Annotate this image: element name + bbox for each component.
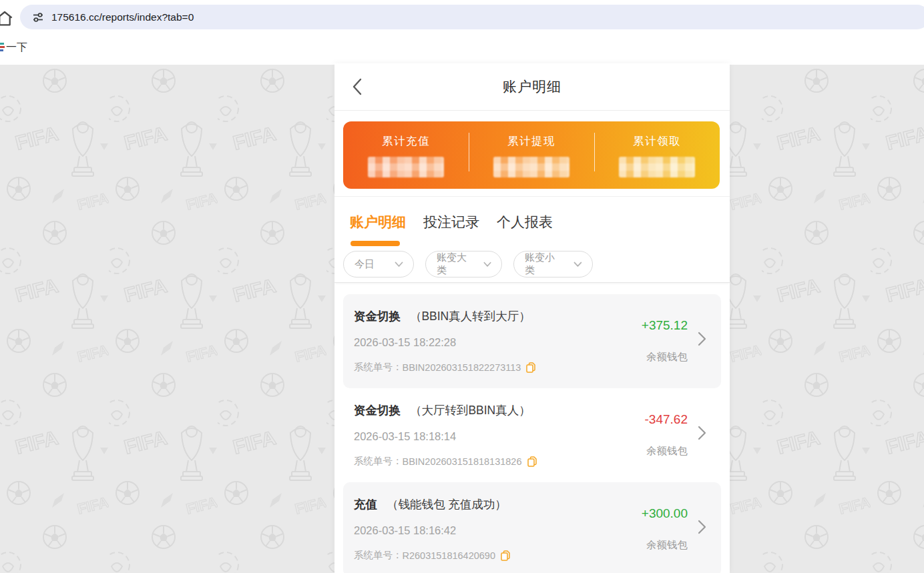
stat-label: 累计提现 (507, 134, 555, 149)
transaction-title: 资金切换 （大厅转到BBIN真人） (354, 402, 531, 418)
order-label: 系统单号： (354, 549, 403, 562)
filter-label: 账变小类 (525, 251, 564, 277)
order-number: BBIN202603151818131826 (403, 456, 522, 467)
chevron-right-icon (698, 331, 706, 347)
copy-icon (527, 456, 537, 467)
filter-major-category-dropdown[interactable]: 账变大类 (425, 251, 502, 277)
transaction-wallet: 余额钱包 (646, 350, 688, 364)
transaction-detail: （BBIN真人转到大厅） (410, 310, 531, 323)
transaction-amount: +300.00 (642, 506, 688, 521)
bookmark-item[interactable]: 一下 (0, 39, 27, 56)
transaction-list: 资金切换 （BBIN真人转到大厅） 2026-03-15 18:22:28 系统… (334, 294, 730, 573)
transaction-amount: +375.12 (642, 318, 688, 333)
filter-label: 账变大类 (437, 251, 474, 277)
transaction-type: 资金切换 (354, 310, 401, 323)
transaction-wallet: 余额钱包 (646, 538, 688, 552)
tabs-row: 账户明细 投注记录 个人报表 (350, 213, 553, 231)
transaction-title: 充值 （钱能钱包 充值成功） (354, 496, 507, 512)
transaction-row[interactable]: 资金切换 （BBIN真人转到大厅） 2026-03-15 18:22:28 系统… (343, 294, 721, 388)
stats-section: 累计充值 累计提现 累计领取 (334, 111, 730, 197)
transaction-type: 充值 (354, 498, 377, 511)
tab-personal-report[interactable]: 个人报表 (497, 213, 553, 231)
bookmark-favicon (0, 43, 5, 53)
account-detail-panel: 账户明细 累计充值 累计提现 累计领取 账户明细 投注记录 个人报表 (334, 63, 730, 573)
transaction-detail: （大厅转到BBIN真人） (410, 404, 531, 417)
address-bar[interactable]: 175616.cc/reports/index?tab=0 (20, 5, 924, 29)
transaction-row[interactable]: 资金切换 （大厅转到BBIN真人） 2026-03-15 18:18:14 系统… (343, 388, 721, 482)
filter-date-dropdown[interactable]: 今日 (343, 251, 414, 277)
stat-label: 累计充值 (382, 134, 430, 149)
tab-bet-records[interactable]: 投注记录 (423, 213, 479, 231)
stat-total-claim: 累计领取 (594, 121, 720, 189)
order-label: 系统单号： (354, 455, 403, 468)
masked-value (368, 157, 444, 177)
site-settings-icon[interactable] (31, 11, 45, 24)
stat-label: 累计领取 (633, 134, 681, 149)
transaction-row[interactable]: 充值 （钱能钱包 充值成功） 2026-03-15 18:16:42 系统单号：… (343, 482, 721, 573)
page-title: 账户明细 (334, 63, 730, 110)
transaction-detail: （钱能钱包 充值成功） (387, 498, 507, 511)
transaction-type: 资金切换 (354, 404, 401, 417)
url-text[interactable]: 175616.cc/reports/index?tab=0 (51, 11, 194, 23)
chevron-right-icon (698, 425, 706, 441)
stat-total-withdraw: 累计提现 (469, 121, 594, 189)
masked-value (619, 157, 695, 177)
copy-button[interactable] (527, 456, 537, 467)
order-number: BBIN202603151822273113 (403, 362, 521, 373)
browser-chrome: 175616.cc/reports/index?tab=0 一下 (0, 0, 924, 65)
transaction-wallet: 余额钱包 (646, 444, 688, 458)
tabs-section: 账户明细 投注记录 个人报表 今日 账变大类 账变小类 (334, 197, 730, 283)
copy-icon (501, 550, 510, 561)
transaction-datetime: 2026-03-15 18:18:14 (354, 430, 456, 443)
home-icon[interactable] (0, 8, 15, 29)
filter-label: 今日 (355, 258, 375, 271)
tab-account-detail[interactable]: 账户明细 (350, 213, 406, 231)
transaction-amount: -347.62 (645, 412, 688, 427)
order-number: R2603151816420690 (403, 550, 496, 561)
active-tab-underline (351, 241, 400, 246)
stat-total-deposit: 累计充值 (343, 121, 469, 189)
transaction-datetime: 2026-03-15 18:22:28 (354, 336, 456, 349)
chevron-down-icon (573, 261, 582, 267)
copy-button[interactable] (501, 550, 510, 561)
transaction-datetime: 2026-03-15 18:16:42 (354, 524, 456, 537)
chevron-right-icon (698, 519, 706, 535)
filter-minor-category-dropdown[interactable]: 账变小类 (513, 251, 593, 277)
transaction-order-row: 系统单号： BBIN202603151818131826 (354, 455, 537, 468)
chevron-down-icon (395, 261, 403, 267)
filters-row: 今日 账变大类 账变小类 (343, 251, 593, 277)
chevron-down-icon (483, 261, 491, 267)
totals-card: 累计充值 累计提现 累计领取 (343, 121, 720, 189)
transaction-title: 资金切换 （BBIN真人转到大厅） (354, 308, 531, 324)
page-header: 账户明细 (334, 63, 730, 111)
copy-icon (526, 362, 535, 373)
bookmark-label: 一下 (6, 41, 27, 55)
transaction-order-row: 系统单号： BBIN202603151822273113 (354, 361, 535, 374)
masked-value (493, 157, 569, 177)
order-label: 系统单号： (354, 361, 403, 374)
copy-button[interactable] (526, 362, 535, 373)
transaction-order-row: 系统单号： R2603151816420690 (354, 549, 510, 562)
